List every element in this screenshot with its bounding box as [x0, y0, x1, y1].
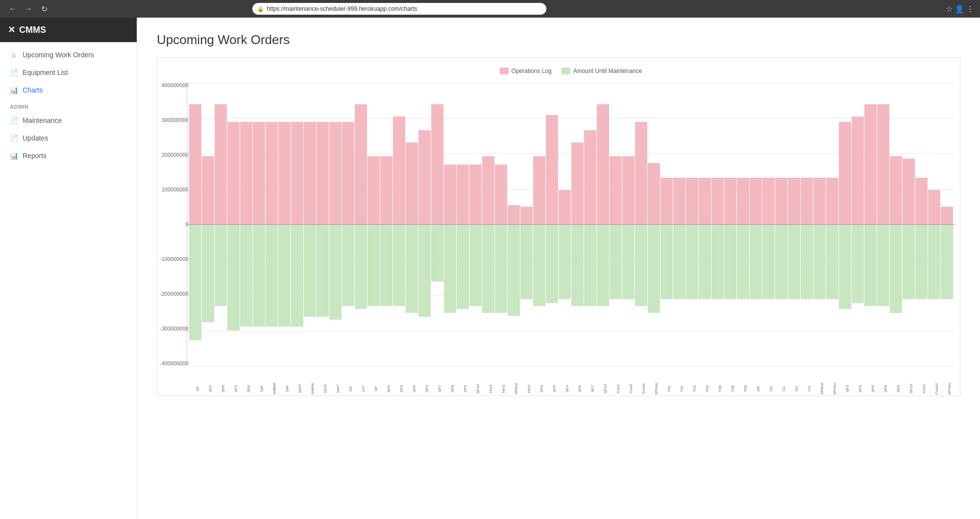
- sidebar-item-maintenance[interactable]: 📄 Maintenance: [0, 112, 137, 129]
- bar-negative: [788, 224, 800, 299]
- bar-negative: [533, 224, 545, 306]
- refresh-button[interactable]: ↻: [37, 2, 51, 16]
- x-axis-label: SP4: [565, 383, 569, 395]
- sidebar-label-charts: Charts: [23, 86, 43, 94]
- x-axis-label: SP10: [909, 383, 913, 395]
- x-axis-label: 1pebaro: [310, 383, 315, 395]
- forward-button[interactable]: →: [22, 2, 35, 16]
- x-axis-label: SP7: [590, 383, 595, 395]
- legend-color-maintenance: [562, 68, 570, 74]
- bar-negative: [622, 224, 635, 299]
- bar-negative: [418, 224, 431, 317]
- bar-positive: [508, 205, 520, 224]
- y-axis-label: 100000000: [160, 187, 189, 192]
- bar-negative: [406, 224, 418, 313]
- x-axis-label: Coun2: [934, 383, 939, 395]
- x-axis-label: T01: [667, 383, 671, 395]
- sidebar-item-charts[interactable]: 📊 Charts: [0, 81, 137, 99]
- legend-item-amount-until-maintenance: Amount Until Maintenance: [562, 68, 642, 74]
- home-icon: ⌂: [10, 51, 18, 59]
- incognito-button[interactable]: 👤: [955, 4, 964, 14]
- x-axis-label: 1pe: [259, 383, 264, 395]
- bar-negative: [775, 224, 787, 299]
- bar-negative: [444, 224, 456, 313]
- bar-positive: [317, 122, 329, 224]
- bar-negative: [457, 224, 469, 309]
- bar-positive: [202, 156, 214, 224]
- bar-negative: [520, 224, 533, 299]
- x-axis-label: SP2: [208, 383, 213, 395]
- bar-positive: [240, 122, 252, 224]
- bar-negative: [801, 224, 813, 299]
- y-axis-label: 200000000: [160, 152, 189, 158]
- bar-negative: [737, 224, 749, 299]
- bar-positive: [864, 104, 877, 224]
- bar-positive: [903, 159, 915, 224]
- bar-positive: [686, 178, 698, 224]
- bar-negative: [227, 224, 240, 330]
- x-axis-label: SPHm2: [654, 383, 659, 395]
- bar-negative: [559, 224, 571, 299]
- bar-positive: [915, 178, 928, 224]
- bar-positive: [941, 207, 953, 224]
- bar-negative: [482, 224, 494, 313]
- x-axis-label: Cou2: [629, 383, 633, 395]
- y-axis-label: 0: [160, 221, 189, 227]
- legend-color-operations: [500, 68, 509, 74]
- bar-negative: [724, 224, 736, 299]
- bar-negative: [368, 224, 380, 306]
- bar-positive: [215, 104, 227, 224]
- x-axis-label: Hm2: [489, 383, 493, 395]
- x-axis-label: SP9: [883, 383, 888, 395]
- bar-positive: [266, 122, 278, 224]
- sidebar-item-updates[interactable]: 📄 Updates: [0, 129, 137, 147]
- bar-positive: [559, 190, 571, 224]
- app-title: CMMS: [19, 25, 46, 35]
- bar-negative: [635, 224, 647, 306]
- bar-positive: [227, 122, 240, 224]
- x-axis-label: I12: [794, 383, 799, 395]
- bar-negative: [699, 224, 711, 299]
- sidebar-label-updates: Updates: [23, 134, 48, 142]
- back-button[interactable]: ←: [6, 2, 20, 16]
- x-axis-label: 1pe5: [323, 383, 327, 395]
- reports-icon: 📊: [10, 152, 18, 160]
- x-axis-label: Cou1: [922, 383, 926, 395]
- menu-button[interactable]: ⋮: [966, 4, 974, 14]
- bar-positive: [635, 122, 647, 224]
- bar-negative: [469, 224, 482, 306]
- sidebar-label-reports: Reports: [23, 152, 47, 160]
- bar-positive: [291, 122, 303, 224]
- x-axis-label: I09: [756, 383, 760, 395]
- sidebar-header: ✕ CMMS: [0, 18, 137, 42]
- sidebar-item-equipment-list[interactable]: 📄 Equipment List: [0, 64, 137, 81]
- x-axis-label: SPfest: [820, 383, 824, 395]
- sidebar-item-reports[interactable]: 📊 Reports: [0, 147, 137, 165]
- x-axis-label: I10: [769, 383, 773, 395]
- x-axis-label: SP6: [246, 383, 251, 395]
- bar-negative: [546, 224, 558, 303]
- y-axis-label: -400000000: [160, 360, 189, 366]
- bar-negative: [852, 224, 864, 303]
- bar-positive: [788, 178, 800, 224]
- bar-positive: [762, 178, 775, 224]
- address-bar[interactable]: 🔒 https://maintenance-scheduler-999.hero…: [252, 3, 546, 15]
- browser-nav: ← → ↻: [6, 2, 51, 16]
- bar-negative: [355, 224, 367, 309]
- bar-negative: [215, 224, 227, 306]
- bar-negative: [278, 224, 291, 327]
- bar-positive: [928, 190, 940, 224]
- chart-plot: SPSP2SP6SP2SP61pe1pqbale1pb1pe41pebaro1p…: [187, 82, 955, 366]
- main-content: Upcoming Work Orders Operations Log Amou…: [137, 18, 980, 519]
- y-axis-label: 300000000: [160, 117, 189, 123]
- x-axis-label: 1pe4: [297, 383, 302, 395]
- bookmark-button[interactable]: ☆: [946, 4, 953, 14]
- bar-positive: [584, 130, 596, 224]
- sidebar-item-upcoming-work-orders[interactable]: ⌂ Upcoming Work Orders: [0, 46, 137, 64]
- x-axis-label: SPHm2: [833, 383, 837, 395]
- bar-positive: [775, 178, 787, 224]
- x-axis-label: T04: [705, 383, 710, 395]
- bar-negative: [597, 224, 609, 306]
- bar-positive: [329, 122, 342, 224]
- bar-positive: [469, 165, 482, 224]
